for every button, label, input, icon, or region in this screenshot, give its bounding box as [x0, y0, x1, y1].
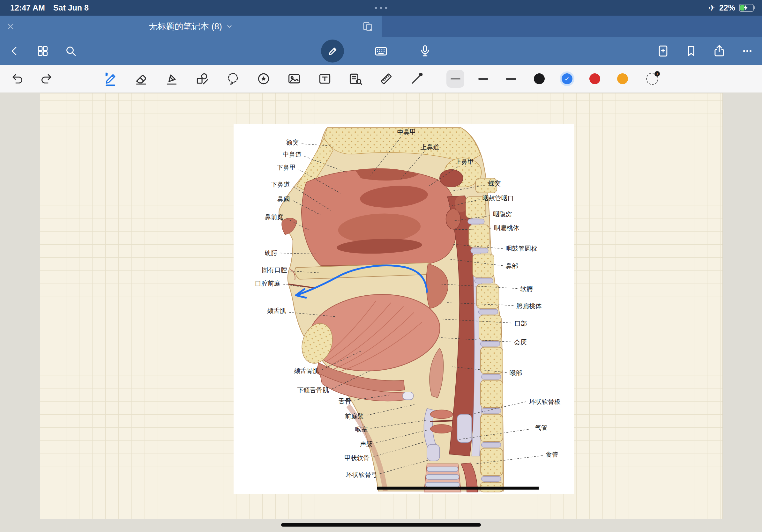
- figure-label: 食管: [546, 451, 559, 458]
- redo-button[interactable]: [38, 71, 54, 87]
- main-toolbar: [0, 37, 762, 65]
- figure-label: 口腔前庭: [255, 280, 280, 287]
- home-indicator[interactable]: [281, 523, 481, 527]
- lasso-tool[interactable]: [225, 71, 241, 87]
- custom-color-button[interactable]: +: [646, 73, 658, 85]
- figure-label: 下鼻道: [271, 181, 290, 188]
- color-swatch-red[interactable]: [589, 73, 600, 84]
- bookmark-button[interactable]: [684, 44, 698, 58]
- notebook-page[interactable]: 额突中鼻道下鼻甲下鼻道鼻阈鼻前庭硬腭固有口腔口腔前庭颏舌肌颏舌骨肌下颌舌骨肌舌骨…: [40, 93, 723, 519]
- pen-tool[interactable]: [103, 71, 118, 87]
- canvas-area: 额突中鼻道下鼻甲下鼻道鼻阈鼻前庭硬腭固有口腔口腔前庭颏舌肌颏舌骨肌下颌舌骨肌舌骨…: [0, 93, 762, 532]
- battery-charging-icon: [739, 4, 754, 12]
- figure-label: 气管: [535, 424, 548, 431]
- figure-label: 口部: [514, 320, 527, 327]
- figure-label: 前庭襞: [345, 413, 364, 420]
- tab-bar: 无标题的笔记本 (8): [0, 16, 762, 37]
- notebook-tab[interactable]: 无标题的笔记本 (8): [0, 16, 382, 37]
- figure-label: 下颌舌骨肌: [297, 386, 329, 394]
- pen-mode-button[interactable]: [321, 39, 344, 62]
- figure-label: 腭扁桃体: [516, 302, 542, 309]
- figure-label: 甲状软骨: [344, 454, 369, 461]
- tools-bar: ✓ +: [0, 65, 762, 93]
- figure-label: 咽隐窝: [493, 211, 512, 218]
- back-button[interactable]: [8, 44, 22, 58]
- shapes-tool[interactable]: [194, 71, 210, 87]
- text-tool[interactable]: [317, 71, 333, 87]
- figure-label: 咽扁桃体: [494, 224, 519, 231]
- status-bar: 12:47 AM Sat Jun 8 ✈ 22%: [0, 0, 762, 16]
- anatomy-image[interactable]: 额突中鼻道下鼻甲下鼻道鼻阈鼻前庭硬腭固有口腔口腔前庭颏舌肌颏舌骨肌下颌舌骨肌舌骨…: [234, 124, 574, 494]
- undo-button[interactable]: [10, 71, 25, 87]
- multitask-dots-icon[interactable]: [375, 7, 387, 9]
- battery-percent: 22%: [719, 3, 735, 13]
- clock: 12:47 AM: [10, 3, 45, 13]
- thickness-medium-button[interactable]: [474, 70, 492, 88]
- airplane-icon: ✈: [708, 4, 716, 12]
- thickness-thin-button[interactable]: [446, 70, 464, 88]
- page-view-options-icon[interactable]: [362, 21, 373, 32]
- figure-label: 环状软骨弓: [346, 471, 377, 478]
- figure-label: 颏舌骨肌: [294, 367, 319, 374]
- eraser-tool[interactable]: [133, 71, 149, 87]
- notebook-title: 无标题的笔记本 (8): [149, 21, 222, 32]
- figure-label: 喉室: [355, 426, 368, 433]
- figure-label: 额突: [286, 139, 299, 146]
- selected-check-icon: ✓: [562, 73, 572, 84]
- figure-label: 舌骨: [339, 398, 351, 405]
- image-tool[interactable]: [286, 71, 302, 87]
- figure-label: 环状软骨板: [529, 398, 561, 405]
- figure-label: 硬腭: [265, 249, 277, 256]
- figure-label: 中鼻甲: [397, 129, 416, 136]
- date: Sat Jun 8: [53, 3, 89, 13]
- sticker-tool[interactable]: [256, 71, 271, 87]
- close-tab-icon[interactable]: [6, 22, 15, 31]
- color-swatch-blue[interactable]: ✓: [562, 73, 572, 84]
- elements-tool[interactable]: [348, 71, 363, 87]
- figure-label: 中鼻道: [283, 151, 302, 158]
- page-thumbnails-button[interactable]: [36, 44, 50, 58]
- laser-pointer-tool[interactable]: [409, 71, 424, 87]
- highlighter-tool[interactable]: [164, 71, 179, 87]
- keyboard-button[interactable]: [374, 44, 388, 58]
- figure-label: 蝶突: [488, 180, 501, 187]
- share-button[interactable]: [712, 44, 726, 58]
- figure-label: 软腭: [520, 286, 533, 293]
- add-color-icon: +: [654, 71, 660, 77]
- anatomy-figure: 额突中鼻道下鼻甲下鼻道鼻阈鼻前庭硬腭固有口腔口腔前庭颏舌肌颏舌骨肌下颌舌骨肌舌骨…: [234, 124, 574, 494]
- figure-label: 上鼻甲: [455, 158, 474, 165]
- figure-label: 喉部: [509, 369, 522, 376]
- figure-label: 咽鼓管咽口: [483, 195, 514, 202]
- more-button[interactable]: [740, 44, 754, 58]
- figure-label: 会厌: [514, 339, 527, 346]
- figure-label: 固有口腔: [262, 266, 287, 273]
- figure-label: 颏舌肌: [267, 307, 286, 314]
- color-swatches: ✓: [534, 65, 628, 93]
- microphone-button[interactable]: [418, 44, 432, 58]
- ruler-tool[interactable]: [378, 71, 394, 87]
- color-swatch-black[interactable]: [534, 73, 545, 84]
- figure-label: 鼻前庭: [265, 213, 284, 220]
- figure-label: 咽鼓管圆枕: [506, 245, 537, 252]
- ipad-screen: 12:47 AM Sat Jun 8 ✈ 22% 无标题的笔记本 (8): [0, 0, 762, 532]
- chevron-down-icon[interactable]: [226, 23, 233, 30]
- figure-label: 鼻部: [506, 262, 518, 270]
- figure-label: 鼻阈: [277, 195, 290, 203]
- thickness-thick-button[interactable]: [502, 70, 520, 88]
- color-swatch-orange[interactable]: [617, 73, 628, 84]
- figure-label: 声襞: [360, 440, 373, 447]
- figure-label: 上鼻道: [420, 144, 439, 151]
- add-page-button[interactable]: [656, 44, 670, 58]
- search-button[interactable]: [64, 44, 78, 58]
- figure-label: 下鼻甲: [277, 164, 296, 171]
